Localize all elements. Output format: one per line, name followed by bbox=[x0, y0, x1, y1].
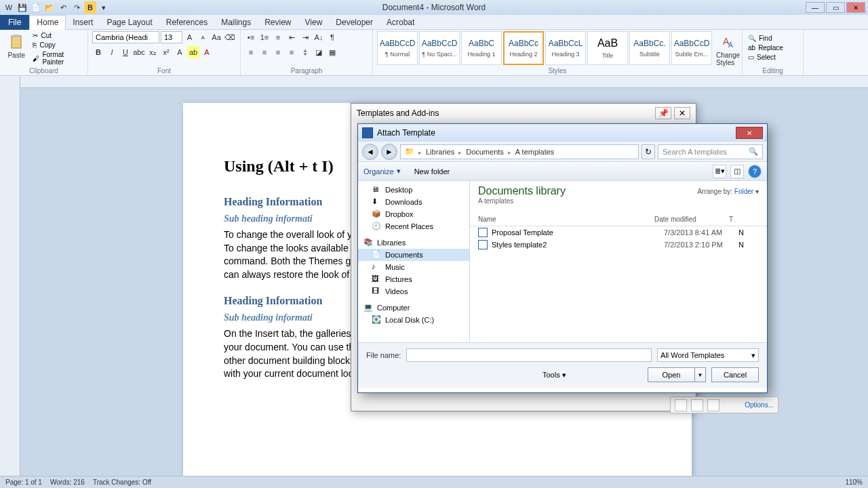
new-icon[interactable]: 📄 bbox=[30, 1, 42, 14]
align-right-icon[interactable]: ≡ bbox=[272, 46, 284, 58]
select-button[interactable]: ▭Select bbox=[747, 53, 799, 62]
style-heading-2[interactable]: AaBbCcHeading 2 bbox=[503, 31, 544, 65]
subscript-button[interactable]: x₂ bbox=[146, 46, 159, 58]
bullets-icon[interactable]: •≡ bbox=[245, 31, 257, 43]
line-spacing-icon[interactable]: ‡ bbox=[299, 46, 311, 58]
strikethrough-button[interactable]: abc bbox=[133, 46, 145, 58]
back-button[interactable]: ◄ bbox=[362, 144, 378, 160]
font-size-combo[interactable]: 13 bbox=[161, 31, 182, 43]
change-case-icon[interactable]: Aa bbox=[210, 31, 222, 43]
status-words[interactable]: Words: 216 bbox=[50, 479, 85, 486]
align-left-icon[interactable]: ≡ bbox=[245, 46, 257, 58]
tab-insert[interactable]: Insert bbox=[66, 15, 100, 30]
templates-close-button[interactable]: ✕ bbox=[674, 107, 690, 119]
crumb-atemplates[interactable]: A templates bbox=[515, 148, 554, 156]
format-painter-button[interactable]: 🖌Format Painter bbox=[31, 50, 83, 66]
undo-icon[interactable]: ↶ bbox=[57, 1, 69, 14]
opt-btn-3[interactable] bbox=[707, 399, 719, 411]
preview-pane-icon[interactable]: ◫ bbox=[730, 165, 744, 178]
find-button[interactable]: 🔍Find bbox=[747, 34, 799, 43]
multilevel-icon[interactable]: ≡ bbox=[272, 31, 284, 43]
opt-btn-1[interactable] bbox=[675, 399, 687, 411]
paste-button[interactable]: Paste bbox=[4, 31, 28, 59]
redo-icon[interactable]: ↷ bbox=[71, 1, 83, 14]
search-input[interactable]: Search A templates 🔍 bbox=[658, 144, 763, 159]
organize-button[interactable]: Organize ▾ bbox=[363, 167, 401, 176]
outdent-icon[interactable]: ⇤ bbox=[285, 31, 298, 43]
tree-downloads[interactable]: ⬇Downloads bbox=[358, 196, 469, 208]
col-date[interactable]: Date modified bbox=[654, 216, 729, 223]
tree-music[interactable]: ♪Music bbox=[358, 261, 469, 273]
forward-button[interactable]: ► bbox=[381, 144, 397, 160]
justify-icon[interactable]: ≡ bbox=[285, 46, 298, 58]
highlight-button[interactable]: ab bbox=[187, 46, 199, 58]
crumb-libraries[interactable]: Libraries bbox=[426, 148, 454, 156]
copy-button[interactable]: ⎘Copy bbox=[31, 41, 83, 49]
column-headers[interactable]: Name Date modified T bbox=[470, 213, 767, 226]
file-row[interactable]: Styles template27/2/2013 2:10 PMN bbox=[470, 239, 767, 251]
tree-desktop[interactable]: 🖥Desktop bbox=[358, 184, 469, 196]
view-mode-icon[interactable]: ≣▾ bbox=[713, 165, 726, 178]
tab-review[interactable]: Review bbox=[258, 15, 298, 30]
style-subtitle[interactable]: AaBbCc.Subtitle bbox=[629, 31, 670, 65]
tab-references[interactable]: References bbox=[159, 15, 214, 30]
shrink-font-icon[interactable]: A bbox=[197, 31, 209, 43]
show-marks-icon[interactable]: ¶ bbox=[326, 31, 338, 43]
close-button[interactable]: ✕ bbox=[846, 2, 865, 13]
refresh-icon[interactable]: ↻ bbox=[642, 144, 655, 159]
borders-icon[interactable]: ▦ bbox=[326, 46, 338, 58]
pin-icon[interactable]: 📌 bbox=[655, 107, 671, 119]
font-color-button[interactable]: A bbox=[201, 46, 213, 58]
crumb-documents[interactable]: Documents bbox=[466, 148, 504, 156]
horizontal-ruler[interactable] bbox=[20, 76, 868, 88]
align-center-icon[interactable]: ≡ bbox=[258, 46, 271, 58]
nav-tree[interactable]: 🖥Desktop ⬇Downloads 📦Dropbox 🕘Recent Pla… bbox=[358, 181, 470, 342]
minimize-button[interactable]: — bbox=[806, 2, 825, 13]
tree-computer[interactable]: 💻Computer bbox=[358, 302, 469, 314]
bold-qat-icon[interactable]: B bbox=[84, 1, 96, 14]
tree-pictures[interactable]: 🖼Pictures bbox=[358, 273, 469, 285]
italic-button[interactable]: I bbox=[106, 46, 118, 58]
file-type-filter[interactable]: All Word Templates▾ bbox=[657, 348, 759, 362]
numbering-icon[interactable]: 1≡ bbox=[258, 31, 271, 43]
style---normal[interactable]: AaBbCcD¶ Normal bbox=[377, 31, 418, 65]
file-row[interactable]: Proposal Template7/3/2013 8:41 AMN bbox=[470, 226, 767, 239]
tab-home[interactable]: Home bbox=[29, 15, 66, 30]
tab-mailings[interactable]: Mailings bbox=[214, 15, 258, 30]
tab-acrobat[interactable]: Acrobat bbox=[380, 15, 421, 30]
help-icon[interactable]: ? bbox=[748, 165, 762, 178]
options-link[interactable]: Options... bbox=[745, 401, 774, 409]
attach-dialog-titlebar[interactable]: Attach Template ✕ bbox=[358, 124, 767, 142]
style-subtle-em---[interactable]: AaBbCcDSubtle Em... bbox=[671, 31, 712, 65]
replace-button[interactable]: abReplace bbox=[747, 43, 799, 52]
indent-icon[interactable]: ⇥ bbox=[299, 31, 311, 43]
tree-videos[interactable]: 🎞Videos bbox=[358, 285, 469, 298]
font-name-combo[interactable]: Cambria (Headi bbox=[92, 31, 159, 43]
clear-format-icon[interactable]: ⌫ bbox=[224, 31, 236, 43]
open-icon[interactable]: 📂 bbox=[43, 1, 56, 14]
style---no-spaci---[interactable]: AaBbCcD¶ No Spaci... bbox=[419, 31, 460, 65]
status-track-changes[interactable]: Track Changes: Off bbox=[93, 479, 151, 486]
maximize-button[interactable]: ▭ bbox=[826, 2, 845, 13]
cancel-button[interactable]: Cancel bbox=[711, 367, 759, 382]
bold-button[interactable]: B bbox=[92, 46, 104, 58]
sort-icon[interactable]: A↓ bbox=[313, 31, 325, 43]
address-bar[interactable]: 📁 Libraries Documents A templates bbox=[400, 144, 639, 159]
filename-input[interactable] bbox=[406, 348, 652, 362]
cut-button[interactable]: ✂Cut bbox=[31, 31, 83, 40]
tab-file[interactable]: File bbox=[0, 15, 29, 30]
change-styles-button[interactable]: AA Change Styles bbox=[716, 31, 740, 66]
templates-dialog-titlebar[interactable]: Templates and Add-ins 📌 ✕ bbox=[351, 104, 696, 123]
attach-close-button[interactable]: ✕ bbox=[736, 127, 763, 139]
open-split-arrow[interactable]: ▼ bbox=[695, 367, 706, 382]
shading-icon[interactable]: ◪ bbox=[313, 46, 325, 58]
arrange-by[interactable]: Arrange by: Folder ▾ bbox=[697, 188, 759, 195]
open-button[interactable]: Open bbox=[648, 367, 695, 382]
tab-view[interactable]: View bbox=[298, 15, 330, 30]
underline-button[interactable]: U bbox=[119, 46, 132, 58]
save-icon[interactable]: 💾 bbox=[16, 1, 28, 14]
tab-page-layout[interactable]: Page Layout bbox=[100, 15, 159, 30]
superscript-button[interactable]: x² bbox=[160, 46, 172, 58]
status-page[interactable]: Page: 1 of 1 bbox=[5, 479, 42, 486]
grow-font-icon[interactable]: A bbox=[184, 31, 196, 43]
